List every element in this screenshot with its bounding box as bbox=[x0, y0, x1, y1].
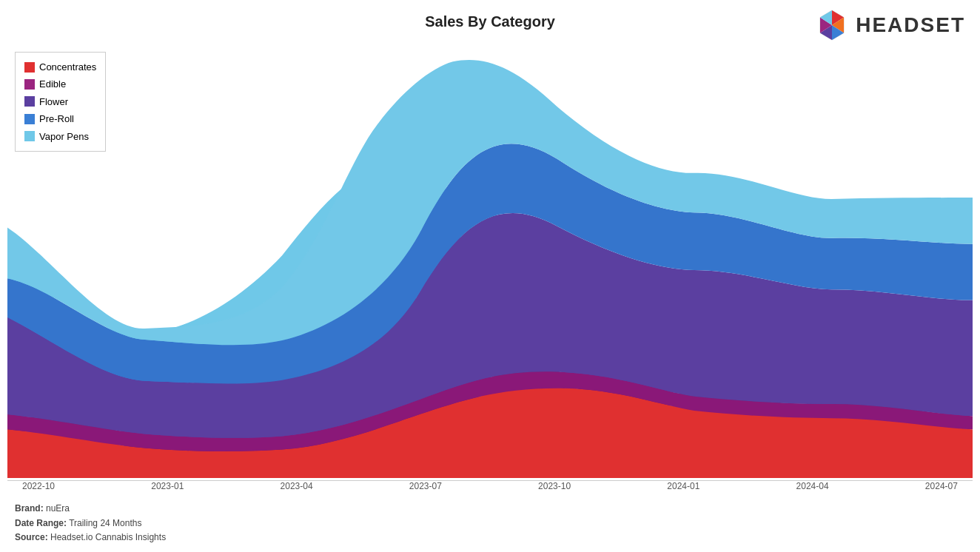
footer-source: Source: Headset.io Cannabis Insights bbox=[15, 531, 166, 545]
headset-logo-icon bbox=[814, 7, 850, 43]
chart-footer: Brand: nuEra Date Range: Trailing 24 Mon… bbox=[15, 502, 166, 545]
x-label-6: 2024-04 bbox=[796, 481, 829, 491]
x-label-3: 2023-07 bbox=[409, 481, 442, 491]
footer-date-range: Date Range: Trailing 24 Months bbox=[15, 516, 166, 531]
brand-label: Brand: bbox=[15, 503, 44, 514]
x-label-5: 2024-01 bbox=[667, 481, 699, 491]
source-value: Headset.io Cannabis Insights bbox=[50, 532, 166, 542]
logo-text: HEADSET bbox=[856, 13, 965, 37]
date-range-value: Trailing 24 Months bbox=[69, 518, 141, 528]
x-label-4: 2023-10 bbox=[538, 481, 571, 491]
chart-main bbox=[7, 48, 973, 478]
source-label: Source: bbox=[15, 532, 48, 542]
footer-brand: Brand: nuEra bbox=[15, 502, 166, 516]
x-label-7: 2024-07 bbox=[925, 481, 958, 491]
header-logo: HEADSET bbox=[814, 7, 965, 43]
x-label-2: 2023-04 bbox=[281, 481, 313, 491]
chart-title: Sales By Category bbox=[425, 13, 555, 30]
brand-value: nuEra bbox=[46, 503, 70, 514]
x-label-0: 2022-10 bbox=[22, 481, 55, 491]
date-range-label: Date Range: bbox=[15, 518, 67, 528]
x-axis-line bbox=[7, 480, 973, 481]
x-label-1: 2023-01 bbox=[151, 481, 184, 491]
x-axis-labels: 2022-10 2023-01 2023-04 2023-07 2023-10 … bbox=[7, 481, 973, 491]
chart-container: HEADSET Sales By Category Concentrates E… bbox=[0, 0, 980, 552]
